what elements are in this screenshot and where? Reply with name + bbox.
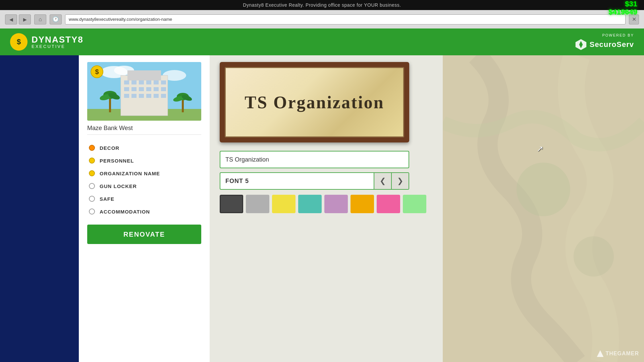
menu-dot-3 — [89, 183, 95, 189]
color-swatches — [220, 195, 634, 213]
font-selector: FONT 5 ❮ ❯ — [220, 172, 409, 190]
svg-rect-25 — [161, 94, 166, 98]
bank-amount: $419649 — [608, 8, 637, 16]
securo-logo: SecuroServ — [575, 39, 634, 51]
font-prev-button[interactable]: ❮ — [374, 172, 391, 190]
dollar-badge: $ — [91, 65, 103, 78]
site-header: $ DYNASTY8 EXECUTIVE POWERED BY SecuroSe… — [0, 28, 644, 55]
svg-rect-13 — [161, 80, 166, 84]
svg-rect-24 — [154, 94, 159, 98]
logo-subtext: EXECUTIVE — [32, 44, 84, 49]
securo-text: SecuroServ — [590, 40, 634, 49]
svg-rect-21 — [131, 94, 137, 98]
right-panel-content: TS Organization FONT 5 ❮ ❯ — [220, 62, 634, 213]
watermark-logo: THEGAMER — [597, 350, 639, 357]
menu-dot-5 — [89, 208, 95, 215]
color-swatch-5[interactable] — [351, 195, 374, 213]
svg-rect-22 — [139, 94, 144, 98]
address-bar[interactable]: www.dynasty8executiverealty.com/organiza… — [65, 14, 626, 24]
menu-label-1: PERSONNEL — [100, 158, 134, 164]
menu-item-safe[interactable]: SAFE — [87, 192, 201, 205]
svg-rect-15 — [131, 87, 137, 91]
building-name: Maze Bank West — [87, 125, 201, 135]
svg-point-36 — [574, 236, 614, 277]
color-swatch-6[interactable] — [377, 195, 400, 213]
menu-item-decor[interactable]: DECOR — [87, 141, 201, 154]
menu-dot-4 — [89, 196, 95, 202]
menu-list: DECORPERSONNELORGANIZATION NAMEGUN LOCKE… — [87, 141, 201, 218]
org-sign-inner: TS Organization — [225, 67, 404, 137]
color-swatch-4[interactable] — [324, 195, 348, 213]
svg-rect-19 — [161, 87, 166, 91]
org-sign-container: TS Organization — [220, 62, 409, 142]
color-swatch-1[interactable] — [246, 195, 269, 213]
menu-dot-0 — [89, 145, 95, 151]
browser-bar: ◀ ▶ ⌂ 🕐 www.dynasty8executiverealty.com/… — [0, 10, 644, 28]
securo-icon — [575, 39, 587, 51]
menu-label-2: ORGANIZATION NAME — [100, 171, 160, 176]
font-next-button[interactable]: ❯ — [391, 172, 409, 190]
color-swatch-2[interactable] — [272, 195, 296, 213]
color-swatch-0[interactable] — [220, 195, 243, 213]
home-button[interactable]: ⌂ — [34, 14, 46, 24]
svg-rect-8 — [124, 80, 129, 84]
svg-rect-10 — [139, 80, 144, 84]
menu-label-0: DECOR — [100, 145, 119, 151]
forward-button[interactable]: ▶ — [19, 14, 31, 24]
cash-amount: $31 — [625, 0, 637, 8]
back-button[interactable]: ◀ — [5, 14, 17, 24]
menu-item-organization-name[interactable]: ORGANIZATION NAME — [87, 167, 201, 180]
svg-rect-16 — [139, 87, 144, 91]
money-display: $31 $419649 — [608, 0, 637, 16]
color-swatch-3[interactable] — [298, 195, 322, 213]
menu-item-accommodation[interactable]: ACCOMMODATION — [87, 205, 201, 218]
org-name-input[interactable] — [220, 151, 409, 168]
svg-rect-9 — [131, 80, 137, 84]
svg-rect-23 — [146, 94, 151, 98]
svg-rect-14 — [124, 87, 129, 91]
powered-by: POWERED BY SecuroServ — [575, 33, 634, 51]
watermark-text: THEGAMER — [605, 351, 639, 357]
svg-rect-20 — [124, 94, 129, 98]
main-content: $ — [0, 55, 644, 362]
logo-icon: $ — [10, 33, 28, 51]
org-sign-text: TS Organization — [245, 93, 384, 112]
menu-label-3: GUN LOCKER — [100, 183, 137, 189]
powered-by-label: POWERED BY — [602, 33, 634, 37]
history-button[interactable]: 🕐 — [50, 14, 62, 24]
logo-text: DYNASTY8 — [32, 35, 84, 44]
announcement: Dynasty8 Executive Realty. Providing off… — [243, 2, 401, 8]
menu-item-personnel[interactable]: PERSONNEL — [87, 154, 201, 167]
menu-dot-2 — [89, 170, 95, 176]
building-image: $ — [87, 62, 201, 121]
menu-dot-1 — [89, 158, 95, 164]
svg-point-4 — [114, 66, 134, 75]
menu-label-4: SAFE — [100, 196, 114, 202]
thegamer-icon — [597, 350, 603, 357]
left-sidebar — [0, 55, 79, 362]
svg-rect-11 — [146, 80, 151, 84]
color-swatch-7[interactable] — [403, 195, 426, 213]
svg-rect-18 — [154, 87, 159, 91]
font-label: FONT 5 — [220, 178, 374, 185]
menu-item-gun-locker[interactable]: GUN LOCKER — [87, 180, 201, 192]
top-bar: Dynasty8 Executive Realty. Providing off… — [0, 0, 644, 10]
logo-area: $ DYNASTY8 EXECUTIVE — [10, 33, 84, 51]
watermark: THEGAMER — [597, 350, 639, 357]
right-panel: TS Organization FONT 5 ❮ ❯ — [210, 55, 644, 362]
nav-buttons: ◀ ▶ — [5, 14, 31, 24]
middle-panel: $ — [79, 55, 210, 362]
renovate-button[interactable]: RENOVATE — [87, 225, 201, 244]
menu-label-5: ACCOMMODATION — [100, 209, 150, 215]
svg-rect-12 — [154, 80, 159, 84]
logo-text-group: DYNASTY8 EXECUTIVE — [32, 35, 84, 49]
svg-rect-17 — [146, 87, 151, 91]
